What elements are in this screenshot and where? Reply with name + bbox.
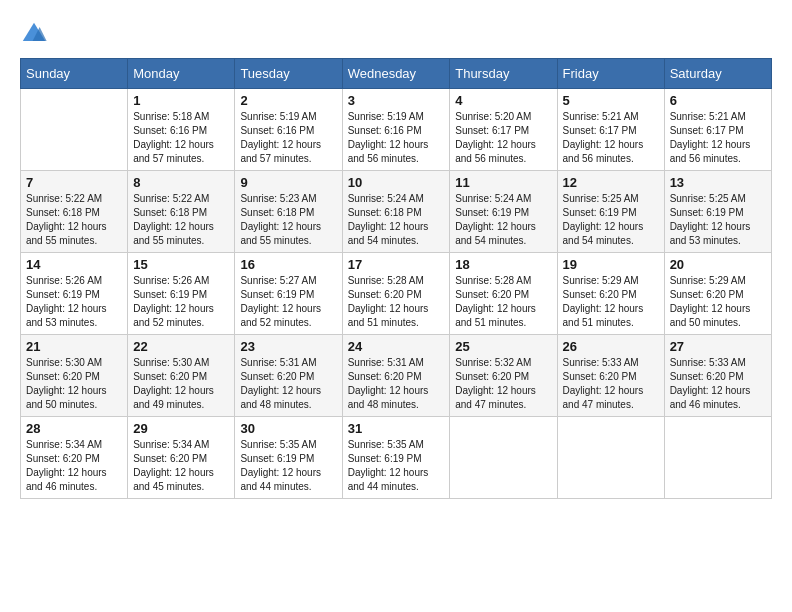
day-cell: 23Sunrise: 5:31 AM Sunset: 6:20 PM Dayli…: [235, 335, 342, 417]
day-number: 17: [348, 257, 445, 272]
calendar-table: SundayMondayTuesdayWednesdayThursdayFrid…: [20, 58, 772, 499]
day-cell: 16Sunrise: 5:27 AM Sunset: 6:19 PM Dayli…: [235, 253, 342, 335]
logo: [20, 20, 52, 48]
day-info: Sunrise: 5:23 AM Sunset: 6:18 PM Dayligh…: [240, 192, 336, 248]
day-number: 4: [455, 93, 551, 108]
day-info: Sunrise: 5:26 AM Sunset: 6:19 PM Dayligh…: [133, 274, 229, 330]
day-number: 19: [563, 257, 659, 272]
day-number: 30: [240, 421, 336, 436]
day-cell: 20Sunrise: 5:29 AM Sunset: 6:20 PM Dayli…: [664, 253, 771, 335]
header-row: SundayMondayTuesdayWednesdayThursdayFrid…: [21, 59, 772, 89]
day-number: 13: [670, 175, 766, 190]
day-info: Sunrise: 5:22 AM Sunset: 6:18 PM Dayligh…: [26, 192, 122, 248]
day-info: Sunrise: 5:28 AM Sunset: 6:20 PM Dayligh…: [348, 274, 445, 330]
day-cell: 19Sunrise: 5:29 AM Sunset: 6:20 PM Dayli…: [557, 253, 664, 335]
day-cell: 2Sunrise: 5:19 AM Sunset: 6:16 PM Daylig…: [235, 89, 342, 171]
day-info: Sunrise: 5:25 AM Sunset: 6:19 PM Dayligh…: [670, 192, 766, 248]
day-cell: [664, 417, 771, 499]
day-info: Sunrise: 5:21 AM Sunset: 6:17 PM Dayligh…: [563, 110, 659, 166]
day-cell: 7Sunrise: 5:22 AM Sunset: 6:18 PM Daylig…: [21, 171, 128, 253]
day-number: 5: [563, 93, 659, 108]
day-number: 25: [455, 339, 551, 354]
day-header-thursday: Thursday: [450, 59, 557, 89]
day-cell: 4Sunrise: 5:20 AM Sunset: 6:17 PM Daylig…: [450, 89, 557, 171]
day-number: 31: [348, 421, 445, 436]
day-info: Sunrise: 5:18 AM Sunset: 6:16 PM Dayligh…: [133, 110, 229, 166]
day-number: 15: [133, 257, 229, 272]
day-info: Sunrise: 5:24 AM Sunset: 6:19 PM Dayligh…: [455, 192, 551, 248]
calendar-header: SundayMondayTuesdayWednesdayThursdayFrid…: [21, 59, 772, 89]
logo-icon: [20, 20, 48, 48]
day-header-wednesday: Wednesday: [342, 59, 450, 89]
day-cell: 8Sunrise: 5:22 AM Sunset: 6:18 PM Daylig…: [128, 171, 235, 253]
day-info: Sunrise: 5:30 AM Sunset: 6:20 PM Dayligh…: [26, 356, 122, 412]
day-cell: 21Sunrise: 5:30 AM Sunset: 6:20 PM Dayli…: [21, 335, 128, 417]
day-number: 14: [26, 257, 122, 272]
day-number: 28: [26, 421, 122, 436]
day-cell: 29Sunrise: 5:34 AM Sunset: 6:20 PM Dayli…: [128, 417, 235, 499]
day-number: 7: [26, 175, 122, 190]
day-info: Sunrise: 5:33 AM Sunset: 6:20 PM Dayligh…: [563, 356, 659, 412]
day-cell: 27Sunrise: 5:33 AM Sunset: 6:20 PM Dayli…: [664, 335, 771, 417]
day-number: 8: [133, 175, 229, 190]
day-cell: 1Sunrise: 5:18 AM Sunset: 6:16 PM Daylig…: [128, 89, 235, 171]
day-info: Sunrise: 5:19 AM Sunset: 6:16 PM Dayligh…: [348, 110, 445, 166]
day-number: 24: [348, 339, 445, 354]
day-cell: 28Sunrise: 5:34 AM Sunset: 6:20 PM Dayli…: [21, 417, 128, 499]
day-number: 3: [348, 93, 445, 108]
day-number: 10: [348, 175, 445, 190]
day-header-saturday: Saturday: [664, 59, 771, 89]
day-info: Sunrise: 5:34 AM Sunset: 6:20 PM Dayligh…: [26, 438, 122, 494]
day-cell: 6Sunrise: 5:21 AM Sunset: 6:17 PM Daylig…: [664, 89, 771, 171]
day-info: Sunrise: 5:31 AM Sunset: 6:20 PM Dayligh…: [348, 356, 445, 412]
day-cell: 9Sunrise: 5:23 AM Sunset: 6:18 PM Daylig…: [235, 171, 342, 253]
day-number: 18: [455, 257, 551, 272]
calendar-body: 1Sunrise: 5:18 AM Sunset: 6:16 PM Daylig…: [21, 89, 772, 499]
day-number: 27: [670, 339, 766, 354]
day-number: 2: [240, 93, 336, 108]
day-info: Sunrise: 5:32 AM Sunset: 6:20 PM Dayligh…: [455, 356, 551, 412]
week-row-3: 14Sunrise: 5:26 AM Sunset: 6:19 PM Dayli…: [21, 253, 772, 335]
day-info: Sunrise: 5:29 AM Sunset: 6:20 PM Dayligh…: [670, 274, 766, 330]
week-row-4: 21Sunrise: 5:30 AM Sunset: 6:20 PM Dayli…: [21, 335, 772, 417]
day-number: 11: [455, 175, 551, 190]
day-info: Sunrise: 5:19 AM Sunset: 6:16 PM Dayligh…: [240, 110, 336, 166]
day-info: Sunrise: 5:33 AM Sunset: 6:20 PM Dayligh…: [670, 356, 766, 412]
day-cell: 30Sunrise: 5:35 AM Sunset: 6:19 PM Dayli…: [235, 417, 342, 499]
day-cell: 5Sunrise: 5:21 AM Sunset: 6:17 PM Daylig…: [557, 89, 664, 171]
day-number: 9: [240, 175, 336, 190]
day-cell: 14Sunrise: 5:26 AM Sunset: 6:19 PM Dayli…: [21, 253, 128, 335]
day-info: Sunrise: 5:26 AM Sunset: 6:19 PM Dayligh…: [26, 274, 122, 330]
day-number: 21: [26, 339, 122, 354]
day-cell: 24Sunrise: 5:31 AM Sunset: 6:20 PM Dayli…: [342, 335, 450, 417]
day-number: 12: [563, 175, 659, 190]
day-header-friday: Friday: [557, 59, 664, 89]
day-cell: [557, 417, 664, 499]
day-number: 23: [240, 339, 336, 354]
day-cell: 3Sunrise: 5:19 AM Sunset: 6:16 PM Daylig…: [342, 89, 450, 171]
day-cell: 17Sunrise: 5:28 AM Sunset: 6:20 PM Dayli…: [342, 253, 450, 335]
day-info: Sunrise: 5:22 AM Sunset: 6:18 PM Dayligh…: [133, 192, 229, 248]
day-header-monday: Monday: [128, 59, 235, 89]
day-cell: 18Sunrise: 5:28 AM Sunset: 6:20 PM Dayli…: [450, 253, 557, 335]
day-cell: [450, 417, 557, 499]
day-number: 16: [240, 257, 336, 272]
day-number: 20: [670, 257, 766, 272]
day-header-sunday: Sunday: [21, 59, 128, 89]
day-info: Sunrise: 5:30 AM Sunset: 6:20 PM Dayligh…: [133, 356, 229, 412]
day-info: Sunrise: 5:34 AM Sunset: 6:20 PM Dayligh…: [133, 438, 229, 494]
day-info: Sunrise: 5:24 AM Sunset: 6:18 PM Dayligh…: [348, 192, 445, 248]
week-row-2: 7Sunrise: 5:22 AM Sunset: 6:18 PM Daylig…: [21, 171, 772, 253]
day-info: Sunrise: 5:27 AM Sunset: 6:19 PM Dayligh…: [240, 274, 336, 330]
week-row-5: 28Sunrise: 5:34 AM Sunset: 6:20 PM Dayli…: [21, 417, 772, 499]
day-info: Sunrise: 5:35 AM Sunset: 6:19 PM Dayligh…: [240, 438, 336, 494]
day-info: Sunrise: 5:25 AM Sunset: 6:19 PM Dayligh…: [563, 192, 659, 248]
day-number: 29: [133, 421, 229, 436]
day-number: 26: [563, 339, 659, 354]
day-cell: 13Sunrise: 5:25 AM Sunset: 6:19 PM Dayli…: [664, 171, 771, 253]
day-info: Sunrise: 5:35 AM Sunset: 6:19 PM Dayligh…: [348, 438, 445, 494]
page-header: [20, 20, 772, 48]
day-info: Sunrise: 5:31 AM Sunset: 6:20 PM Dayligh…: [240, 356, 336, 412]
day-header-tuesday: Tuesday: [235, 59, 342, 89]
day-cell: 31Sunrise: 5:35 AM Sunset: 6:19 PM Dayli…: [342, 417, 450, 499]
